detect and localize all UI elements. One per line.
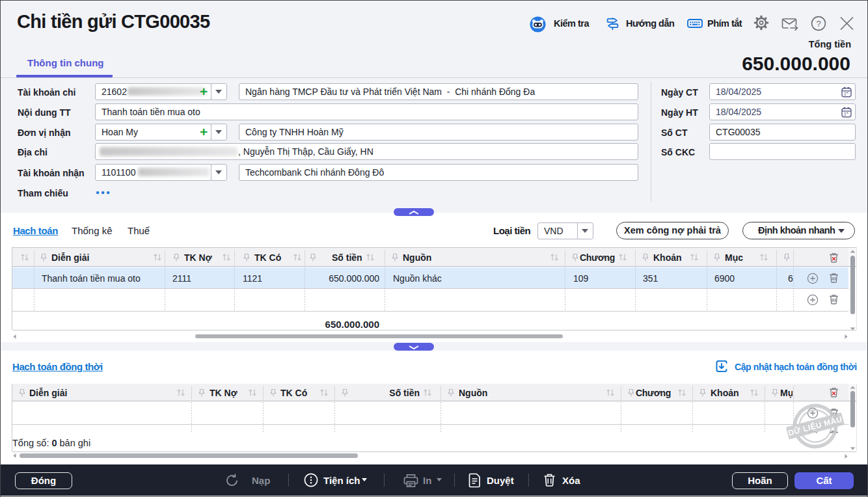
svg-text:?: ? [816,19,821,29]
